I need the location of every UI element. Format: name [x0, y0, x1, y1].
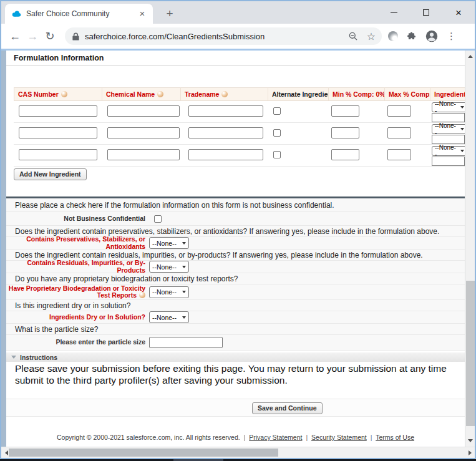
max-comp-input[interactable]: [387, 105, 411, 117]
dry-select[interactable]: --None--: [149, 311, 189, 323]
window-controls: ×: [377, 1, 475, 24]
reports-select[interactable]: --None--: [149, 286, 189, 298]
chemical-name-input[interactable]: [107, 127, 180, 138]
tradename-input[interactable]: [188, 127, 263, 138]
chevron-down-icon: [182, 291, 186, 293]
chevron-down-icon: [460, 150, 464, 152]
tradename-input[interactable]: [188, 105, 263, 117]
salesforce-cloud-favicon: [11, 10, 21, 17]
alternate-ingredient-checkbox[interactable]: [273, 151, 281, 158]
ingredient-class-other-input[interactable]: [432, 135, 465, 144]
back-button[interactable]: ←: [6, 30, 24, 43]
ingredient-class-other-input[interactable]: [432, 157, 465, 166]
cas-number-input[interactable]: [19, 105, 97, 117]
ingredient-class-other-input[interactable]: [432, 113, 465, 122]
scroll-down-arrow-icon[interactable]: [465, 436, 475, 445]
chemical-name-input[interactable]: [107, 105, 180, 117]
table-header-row: CAS Number Chemical Name Tradename Alter…: [14, 87, 475, 101]
collapse-triangle-icon: [11, 356, 16, 359]
horizontal-scrollbar-thumb[interactable]: [9, 449, 278, 457]
preservatives-question: Does the ingredient contain preservative…: [6, 227, 439, 236]
maximize-button[interactable]: [410, 1, 442, 24]
not-business-confidential-label: Not Business Confidential: [6, 215, 145, 223]
instructions-title: Instructions: [20, 354, 57, 361]
terms-of-use-link[interactable]: Terms of Use: [376, 434, 414, 441]
particle-question: What is the particle size?: [6, 325, 98, 334]
ingredient-class-select[interactable]: --None--: [432, 146, 467, 156]
zoom-out-icon[interactable]: [348, 31, 358, 41]
save-and-continue-button[interactable]: Save and Continue: [252, 402, 323, 414]
ingredient-row: --None--: [14, 145, 475, 167]
help-icon[interactable]: [61, 91, 67, 97]
max-comp-input[interactable]: [387, 127, 411, 138]
ingredient-table: CAS Number Chemical Name Tradename Alter…: [14, 87, 475, 167]
min-comp-input[interactable]: [331, 149, 359, 160]
cas-number-input[interactable]: [19, 149, 97, 160]
profile-avatar-icon[interactable]: [425, 29, 439, 43]
help-icon[interactable]: [221, 91, 228, 97]
scroll-right-arrow-icon[interactable]: [465, 447, 474, 458]
not-business-confidential-checkbox[interactable]: [154, 215, 162, 223]
scroll-up-arrow-icon[interactable]: [465, 52, 475, 61]
col-chemical-name: Chemical Name: [102, 87, 181, 101]
screen: Safer Choice Community × + × ← → ↻ safer…: [0, 0, 476, 461]
ingredient-class-select[interactable]: --None--: [432, 102, 467, 112]
minimize-button[interactable]: [377, 1, 410, 24]
chevron-down-icon: [182, 316, 186, 319]
form-page: Formulation Information CAS Number Chemi…: [6, 51, 475, 447]
ingredient-class-select[interactable]: --None--: [432, 124, 467, 134]
residuals-question: Does the ingredient contain residuals, i…: [6, 251, 423, 260]
browser-window: Safer Choice Community × + × ← → ↻ safer…: [0, 0, 476, 459]
menu-dots-icon[interactable]: ⋮: [447, 31, 456, 42]
browser-tab[interactable]: Safer Choice Community ×: [5, 4, 153, 24]
alternate-ingredient-checkbox[interactable]: [273, 129, 281, 137]
min-comp-input[interactable]: [331, 105, 359, 117]
minimize-icon: [391, 12, 397, 13]
url-text: saferchoice.force.com/CleanGredientsSubm…: [85, 32, 348, 41]
particle-size-input[interactable]: [149, 337, 223, 348]
privacy-statement-link[interactable]: Privacy Statement: [249, 434, 302, 441]
instructions-header[interactable]: Instructions: [6, 352, 475, 362]
help-icon[interactable]: [157, 91, 163, 97]
reports-question: Do you have any proprietary biodegradati…: [6, 274, 238, 283]
tradename-input[interactable]: [188, 149, 263, 160]
extensions-puzzle-icon[interactable]: [406, 31, 417, 42]
cas-number-input[interactable]: [19, 127, 97, 138]
dry-question: Is this ingredient dry or in solution?: [6, 301, 130, 310]
add-new-ingredient-button[interactable]: Add New Ingredient: [14, 168, 87, 180]
preservatives-label: Contains Preservatives, Stabilizers, or …: [6, 236, 145, 250]
bookmark-star-icon[interactable]: ☆: [367, 31, 376, 42]
new-tab-button[interactable]: +: [162, 7, 177, 22]
reports-label: Have Proprietary Biodegradation or Toxic…: [6, 285, 145, 299]
forward-button[interactable]: →: [24, 30, 41, 43]
col-alternate-ingredient: Alternate Ingredient: [268, 87, 329, 101]
tab-close-icon[interactable]: ×: [137, 8, 148, 19]
close-button[interactable]: ×: [442, 1, 475, 24]
horizontal-scrollbar[interactable]: [1, 447, 475, 458]
save-button-band: Save and Continue: [6, 399, 475, 417]
col-min-comp: Min % Comp: 0%: [329, 87, 385, 101]
questions-panel: Please place a check here if the formula…: [6, 198, 475, 351]
col-cas-number: CAS Number: [14, 87, 102, 101]
close-icon: ×: [455, 7, 462, 18]
chemical-name-input[interactable]: [107, 149, 180, 160]
vertical-scrollbar-thumb[interactable]: [466, 281, 475, 426]
vertical-scrollbar[interactable]: [465, 51, 475, 447]
residuals-select[interactable]: --None--: [149, 261, 189, 273]
page-title: Formulation Information: [14, 54, 104, 62]
extension-orb-icon[interactable]: [388, 31, 398, 41]
help-icon[interactable]: [139, 292, 145, 298]
max-comp-input[interactable]: [387, 149, 411, 160]
alternate-ingredient-checkbox[interactable]: [273, 107, 281, 115]
residuals-label: Contains Residuals, Impurities, or By-Pr…: [6, 260, 145, 274]
preservatives-select[interactable]: --None--: [149, 237, 189, 249]
col-max-comp: Max % Comp: 0%: [385, 87, 430, 101]
ingredient-row: --None--: [14, 101, 475, 123]
lock-icon: [72, 32, 79, 41]
min-comp-input[interactable]: [331, 127, 359, 138]
maximize-icon: [423, 9, 429, 16]
page-left-margin: [1, 51, 6, 447]
reload-button[interactable]: ↻: [41, 29, 59, 43]
security-statement-link[interactable]: Security Statement: [311, 434, 367, 441]
address-bar[interactable]: saferchoice.force.com/CleanGredientsSubm…: [65, 27, 382, 45]
